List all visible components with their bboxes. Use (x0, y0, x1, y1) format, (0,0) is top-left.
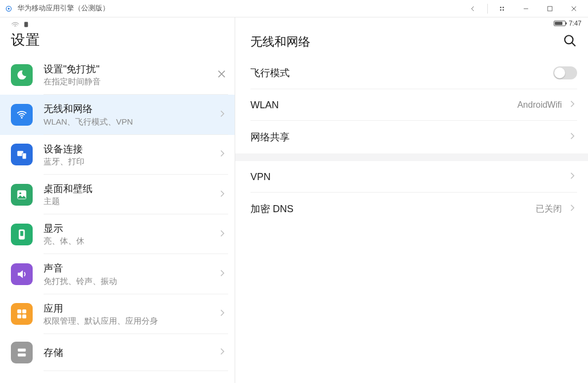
minimize-button[interactable] (514, 0, 538, 17)
sidebar-item-label: 存储 (44, 346, 213, 359)
sidebar-item-apps[interactable]: 应用权限管理、默认应用、应用分身 (0, 294, 235, 334)
setting-row-wlan[interactable]: WLANAndroidWifi (235, 89, 588, 121)
svg-point-3 (503, 7, 504, 8)
sidebar-item-label: 声音 (44, 262, 213, 275)
sidebar-item-sub: 主题 (44, 196, 213, 207)
apps-icon (11, 303, 33, 325)
storage-icon (11, 342, 33, 363)
window-title: 华为移动应用引擎（公测版） (17, 4, 109, 13)
sidebar-item-label: 无线和网络 (44, 102, 213, 115)
wallpaper-icon (11, 184, 33, 206)
devices-icon (11, 144, 33, 165)
sidebar-item-label: 设备连接 (44, 143, 213, 156)
sidebar-item-devices[interactable]: 设备连接蓝牙、打印 (0, 135, 235, 175)
setting-label: 飞行模式 (250, 66, 290, 79)
app-icon (4, 4, 13, 13)
setting-label: 网络共享 (250, 131, 290, 144)
search-button[interactable] (563, 34, 577, 50)
setting-row-airplane[interactable]: 飞行模式 (235, 57, 588, 89)
chevron-right-icon (567, 99, 577, 111)
setting-row-vpn[interactable]: VPN (235, 161, 588, 193)
chevron-right-icon (217, 189, 227, 201)
svg-point-5 (503, 9, 504, 10)
sidebar-item-storage[interactable]: 存储 (0, 334, 235, 371)
sidebar-item-sub: 权限管理、默认应用、应用分身 (44, 316, 213, 326)
sidebar-item-label: 显示 (44, 222, 213, 235)
sidebar-item-wifi[interactable]: 无线和网络WLAN、飞行模式、VPN (0, 95, 235, 134)
setting-row-dns[interactable]: 加密 DNS已关闭 (235, 193, 588, 225)
svg-point-8 (565, 35, 573, 44)
svg-rect-7 (24, 22, 28, 27)
close-button[interactable] (562, 0, 586, 17)
setting-label: WLAN (250, 100, 279, 111)
settings-title: 设置 (11, 30, 226, 50)
window-titlebar: 华为移动应用引擎（公测版） (0, 0, 588, 17)
sidebar-item-moon[interactable]: 设置"免打扰"在指定时间静音 (0, 55, 235, 95)
sidebar-item-sub: 免打扰、铃声、振动 (44, 276, 213, 287)
svg-point-1 (8, 8, 10, 10)
svg-rect-6 (548, 6, 552, 10)
sidebar-item-sub: WLAN、飞行模式、VPN (44, 117, 213, 127)
sound-icon (11, 263, 33, 285)
status-bar: 7:47 (235, 17, 588, 29)
sidebar-item-sub: 在指定时间静音 (44, 77, 216, 87)
chevron-right-icon (217, 268, 227, 280)
moon-icon (11, 64, 33, 86)
setting-value: AndroidWifi (517, 100, 562, 110)
status-time: 7:47 (569, 20, 581, 27)
chevron-right-icon (217, 308, 227, 320)
setting-label: VPN (250, 171, 271, 183)
setting-row-tether[interactable]: 网络共享 (235, 121, 588, 153)
chevron-right-icon (217, 228, 227, 240)
back-button[interactable] (461, 0, 485, 17)
setting-value: 已关闭 (536, 203, 562, 215)
dismiss-icon[interactable] (216, 69, 227, 82)
sidebar-item-wallpaper[interactable]: 桌面和壁纸主题 (0, 175, 235, 214)
detail-title: 无线和网络 (250, 34, 310, 50)
maximize-button[interactable] (538, 0, 562, 17)
titlebar-separator (487, 4, 488, 14)
sidebar-item-label: 应用 (44, 302, 213, 315)
chevron-right-icon (567, 171, 577, 183)
svg-point-2 (500, 7, 501, 8)
sidebar-item-sound[interactable]: 声音免打扰、铃声、振动 (0, 254, 235, 294)
settings-detail: 7:47 无线和网络 飞行模式WLANAndroidWifi网络共享VPN加密 … (235, 17, 588, 383)
display-icon (11, 224, 33, 245)
chevron-right-icon (217, 347, 227, 359)
chevron-right-icon (217, 149, 227, 160)
setting-label: 加密 DNS (250, 202, 293, 215)
menu-dots-button[interactable] (490, 0, 514, 17)
chevron-right-icon (567, 203, 577, 215)
status-icons-left (11, 20, 226, 29)
battery-icon (554, 21, 566, 26)
settings-sidebar: 设置 设置"免打扰"在指定时间静音无线和网络WLAN、飞行模式、VPN设备连接蓝… (0, 17, 235, 383)
wifi-icon (11, 104, 33, 126)
sidebar-item-label: 设置"免打扰" (44, 63, 216, 76)
section-separator (235, 153, 588, 161)
sidebar-item-label: 桌面和壁纸 (44, 182, 213, 195)
sidebar-item-sub: 蓝牙、打印 (44, 157, 213, 167)
sidebar-item-sub: 亮、体、休 (44, 236, 213, 246)
toggle-airplane[interactable] (553, 66, 577, 79)
chevron-right-icon (567, 131, 577, 143)
chevron-right-icon (217, 109, 227, 121)
sidebar-item-display[interactable]: 显示亮、体、休 (0, 214, 235, 254)
svg-point-4 (500, 9, 501, 10)
